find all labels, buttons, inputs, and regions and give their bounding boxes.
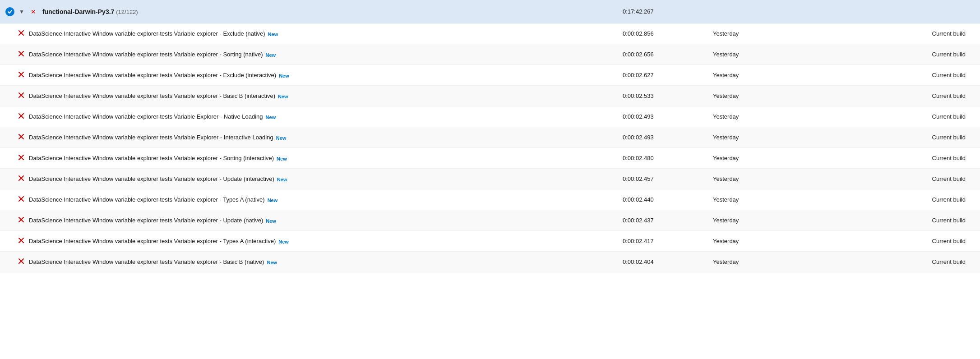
fail-icon <box>18 196 24 203</box>
table-row: DataScience Interactive Window variable … <box>0 169 980 189</box>
table-row: DataScience Interactive Window variable … <box>0 86 980 106</box>
test-name-label: DataScience Interactive Window variable … <box>29 113 623 120</box>
new-badge: New <box>268 198 278 203</box>
test-build: Current build <box>848 30 975 37</box>
table-row: DataScience Interactive Window variable … <box>0 127 980 148</box>
collapse-icon[interactable]: ▼ <box>17 8 26 16</box>
table-row: DataScience Interactive Window variable … <box>0 44 980 65</box>
fail-icon <box>18 237 24 245</box>
table-row: DataScience Interactive Window variable … <box>0 23 980 44</box>
test-date: Yesterday <box>713 113 848 120</box>
new-badge: New <box>277 177 287 182</box>
test-build: Current build <box>848 51 975 58</box>
test-name-label: DataScience Interactive Window variable … <box>29 175 623 182</box>
fail-icon <box>18 154 24 162</box>
fail-icon <box>18 133 24 141</box>
fail-icon <box>18 30 24 37</box>
test-duration: 0:00:02.417 <box>623 238 713 244</box>
fail-icon <box>18 175 24 183</box>
table-row: DataScience Interactive Window variable … <box>0 106 980 127</box>
header-icons-group: ▼ ✕ <box>5 7 38 16</box>
test-date: Yesterday <box>713 30 848 37</box>
test-build: Current build <box>848 134 975 141</box>
new-badge: New <box>279 73 289 78</box>
suite-duration: 0:17:42.267 <box>623 8 713 15</box>
fail-icon <box>18 71 24 79</box>
fail-icon <box>18 258 24 266</box>
test-duration: 0:00:02.457 <box>623 175 713 182</box>
test-date: Yesterday <box>713 196 848 203</box>
new-badge: New <box>278 239 289 244</box>
suite-header-row: ▼ ✕ functional-Darwin-Py3.7 (12/122) 0:1… <box>0 0 980 23</box>
table-row: DataScience Interactive Window variable … <box>0 148 980 169</box>
test-duration: 0:00:02.533 <box>623 92 713 99</box>
test-duration: 0:00:02.437 <box>623 217 713 224</box>
new-badge: New <box>278 94 288 99</box>
test-build: Current build <box>848 196 975 203</box>
suite-name-label: functional-Darwin-Py3.7 <box>42 8 114 15</box>
new-badge: New <box>266 218 276 224</box>
test-name-label: DataScience Interactive Window variable … <box>29 92 623 99</box>
test-date: Yesterday <box>713 72 848 78</box>
new-badge: New <box>277 156 287 161</box>
fail-icon <box>18 92 24 100</box>
table-row: DataScience Interactive Window variable … <box>0 231 980 252</box>
test-date: Yesterday <box>713 92 848 99</box>
test-duration: 0:00:02.404 <box>623 258 713 265</box>
test-build: Current build <box>848 258 975 265</box>
test-name-label: DataScience Interactive Window variable … <box>29 134 623 141</box>
test-date: Yesterday <box>713 238 848 244</box>
test-duration: 0:00:02.656 <box>623 51 713 58</box>
test-build: Current build <box>848 175 975 182</box>
test-results-container: ▼ ✕ functional-Darwin-Py3.7 (12/122) 0:1… <box>0 0 980 359</box>
new-badge: New <box>266 52 276 58</box>
new-badge: New <box>276 135 287 141</box>
test-build: Current build <box>848 113 975 120</box>
test-name-label: DataScience Interactive Window variable … <box>29 30 623 37</box>
test-date: Yesterday <box>713 258 848 265</box>
fail-icon <box>18 51 24 58</box>
test-duration: 0:00:02.440 <box>623 196 713 203</box>
test-name-label: DataScience Interactive Window variable … <box>29 196 623 203</box>
suite-title: functional-Darwin-Py3.7 (12/122) <box>42 8 623 15</box>
table-row: DataScience Interactive Window variable … <box>0 65 980 86</box>
test-duration: 0:00:02.493 <box>623 134 713 141</box>
test-name-label: DataScience Interactive Window variable … <box>29 258 623 265</box>
new-badge: New <box>266 115 276 120</box>
fail-icon <box>18 113 24 120</box>
test-rows-container: DataScience Interactive Window variable … <box>0 23 980 272</box>
new-badge: New <box>268 32 278 37</box>
fail-icon <box>18 216 24 224</box>
suite-count-label: (12/122) <box>116 9 138 15</box>
test-name-label: DataScience Interactive Window variable … <box>29 238 623 244</box>
test-name-label: DataScience Interactive Window variable … <box>29 217 623 224</box>
test-name-label: DataScience Interactive Window variable … <box>29 155 623 161</box>
check-icon <box>5 7 14 16</box>
test-name-label: DataScience Interactive Window variable … <box>29 72 623 78</box>
test-duration: 0:00:02.493 <box>623 113 713 120</box>
test-date: Yesterday <box>713 155 848 161</box>
close-icon[interactable]: ✕ <box>29 7 38 16</box>
test-duration: 0:00:02.856 <box>623 30 713 37</box>
test-build: Current build <box>848 72 975 78</box>
test-name-label: DataScience Interactive Window variable … <box>29 51 623 58</box>
table-row: DataScience Interactive Window variable … <box>0 189 980 210</box>
test-date: Yesterday <box>713 51 848 58</box>
test-date: Yesterday <box>713 217 848 224</box>
table-row: DataScience Interactive Window variable … <box>0 252 980 272</box>
table-row: DataScience Interactive Window variable … <box>0 210 980 231</box>
test-build: Current build <box>848 155 975 161</box>
test-build: Current build <box>848 217 975 224</box>
test-duration: 0:00:02.627 <box>623 72 713 78</box>
new-badge: New <box>267 260 277 265</box>
test-build: Current build <box>848 92 975 99</box>
test-duration: 0:00:02.480 <box>623 155 713 161</box>
test-build: Current build <box>848 238 975 244</box>
test-date: Yesterday <box>713 134 848 141</box>
test-date: Yesterday <box>713 175 848 182</box>
